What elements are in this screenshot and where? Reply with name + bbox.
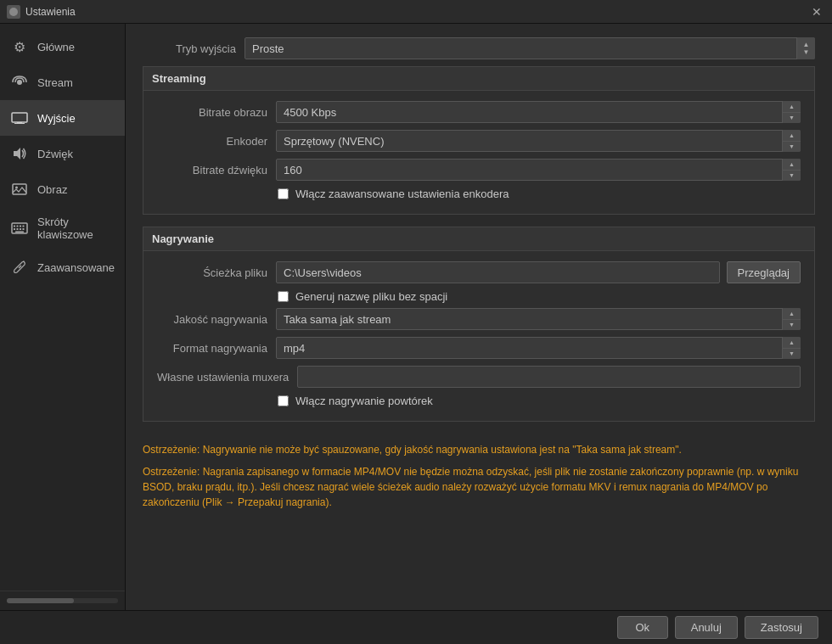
content-area: Tryb wyjścia Proste Zaawansowane ▲ ▼ Str…: [126, 24, 832, 610]
path-input-row: Przeglądaj: [276, 261, 801, 283]
svg-rect-14: [17, 228, 19, 230]
path-input[interactable]: [276, 261, 720, 283]
warning-2: Ostrzeżenie: Nagrania zapisanego w forma…: [143, 464, 815, 510]
bitrate-dzwieku-label: Bitrate dźwięku: [157, 164, 267, 176]
quality-up[interactable]: ▲: [783, 308, 801, 319]
ok-button[interactable]: Ok: [617, 616, 668, 639]
bitrate-obrazu-down[interactable]: ▼: [783, 113, 801, 124]
sidebar-label-glowne: Główne: [37, 41, 75, 53]
format-wrap: mp4 mkv flv ts mov ▲ ▼: [276, 337, 801, 359]
path-label: Ścieżka pliku: [157, 266, 267, 279]
bitrate-obrazu-label: Bitrate obrazu: [157, 106, 267, 119]
svg-rect-10: [17, 226, 19, 227]
streaming-section-body: Bitrate obrazu 4500 Kbps ▲ ▼ Enkoder: [143, 90, 815, 215]
muxer-input[interactable]: [297, 366, 801, 388]
sidebar-item-dzwiek[interactable]: Dźwięk: [0, 136, 125, 171]
enkoder-row: Enkoder Sprzętowy (NVENC) ▲ ▼: [157, 130, 801, 152]
svg-point-7: [15, 187, 18, 189]
format-label: Format nagrywania: [157, 342, 267, 355]
no-spaces-label[interactable]: Generuj nazwę pliku bez spacji: [295, 290, 447, 303]
sidebar-scrollbar-thumb: [7, 598, 74, 603]
format-down[interactable]: ▼: [783, 349, 801, 360]
enkoder-down[interactable]: ▼: [783, 142, 801, 153]
sidebar-label-obraz: Obraz: [37, 183, 67, 196]
format-select[interactable]: mp4 mkv flv ts mov: [276, 337, 801, 359]
bitrate-dzwieku-arrows: ▲ ▼: [782, 159, 801, 181]
app-icon: [7, 5, 20, 19]
bottom-bar: Ok Anuluj Zastosuj: [0, 610, 832, 644]
sidebar-label-zaawansowane: Zaawansowane: [37, 261, 115, 274]
sidebar-item-obraz[interactable]: Obraz: [0, 171, 125, 207]
svg-rect-17: [15, 232, 24, 233]
replay-checkbox[interactable]: [278, 395, 289, 406]
svg-rect-9: [14, 226, 15, 227]
svg-rect-16: [23, 228, 25, 230]
quality-label: Jakość nagrywania: [157, 313, 267, 326]
svg-rect-2: [12, 113, 27, 122]
stream-icon: [10, 73, 29, 92]
svg-rect-11: [20, 226, 21, 227]
svg-rect-13: [14, 228, 15, 230]
sidebar-item-zaawansowane[interactable]: Zaawansowane: [0, 249, 125, 285]
gear-icon: ⚙: [10, 37, 29, 56]
apply-button[interactable]: Zastosuj: [745, 616, 818, 639]
no-spaces-row: Generuj nazwę pliku bez spacji: [278, 290, 801, 303]
sidebar-item-skroty[interactable]: Skróty klawiszowe: [0, 207, 125, 249]
replay-label[interactable]: Włącz nagrywanie powtórek: [295, 395, 433, 407]
svg-rect-15: [20, 228, 21, 230]
bitrate-dzwieku-wrap: 160 ▲ ▼: [276, 159, 801, 181]
browse-button[interactable]: Przeglądaj: [727, 261, 801, 283]
sidebar-item-stream[interactable]: Stream: [0, 64, 125, 100]
bitrate-obrazu-select[interactable]: 4500 Kbps: [276, 101, 801, 123]
window-title: Ustawienia: [25, 6, 808, 18]
sidebar-label-dzwiek: Dźwięk: [37, 148, 73, 160]
titlebar: Ustawienia ✕: [0, 0, 832, 24]
sidebar-item-glowne[interactable]: ⚙ Główne: [0, 29, 125, 64]
sidebar-label-stream: Stream: [37, 76, 73, 89]
enkoder-select[interactable]: Sprzętowy (NVENC): [276, 130, 801, 152]
quality-row: Jakość nagrywania Taka sama jak stream W…: [157, 308, 801, 330]
svg-rect-6: [13, 184, 26, 194]
enkoder-up[interactable]: ▲: [783, 130, 801, 141]
format-up[interactable]: ▲: [783, 337, 801, 348]
quality-arrows: ▲ ▼: [782, 308, 801, 330]
output-icon: [10, 109, 29, 127]
recording-section-header: Nagrywanie: [143, 227, 815, 250]
advanced-checkbox[interactable]: [278, 188, 289, 199]
sidebar-item-wyjscie[interactable]: Wyjście: [0, 100, 125, 136]
enkoder-wrap: Sprzętowy (NVENC) ▲ ▼: [276, 130, 801, 152]
output-mode-select-wrap: Proste Zaawansowane ▲ ▼: [245, 37, 815, 59]
sidebar-scrollbar[interactable]: [7, 598, 118, 603]
cancel-button[interactable]: Anuluj: [675, 616, 738, 639]
bitrate-dzwieku-up[interactable]: ▲: [783, 159, 801, 170]
main-container: ⚙ Główne Stream Wyjście: [0, 24, 832, 610]
no-spaces-checkbox[interactable]: [278, 291, 289, 302]
svg-rect-12: [23, 226, 25, 227]
svg-marker-5: [14, 148, 20, 160]
bitrate-dzwieku-select[interactable]: 160: [276, 159, 801, 181]
sidebar-label-skroty: Skróty klawiszowe: [37, 216, 115, 241]
bitrate-obrazu-wrap: 4500 Kbps ▲ ▼: [276, 101, 801, 123]
advanced-checkbox-label[interactable]: Włącz zaawansowane ustawienia enkodera: [295, 188, 509, 200]
quality-select[interactable]: Taka sama jak stream Wysoka jakość, śred…: [276, 308, 801, 330]
output-mode-select[interactable]: Proste Zaawansowane: [245, 37, 815, 59]
output-mode-label: Tryb wyjścia: [143, 42, 236, 55]
warning-1: Ostrzeżenie: Nagrywanie nie może być spa…: [143, 442, 815, 457]
svg-point-0: [9, 8, 18, 16]
enkoder-arrows: ▲ ▼: [782, 130, 801, 152]
svg-point-1: [17, 80, 22, 85]
output-mode-row: Tryb wyjścia Proste Zaawansowane ▲ ▼: [143, 37, 815, 59]
wrench-icon: [10, 258, 29, 277]
warnings: Ostrzeżenie: Nagrywanie nie może być spa…: [143, 434, 815, 510]
bitrate-obrazu-up[interactable]: ▲: [783, 101, 801, 112]
enkoder-label: Enkoder: [157, 135, 267, 148]
sidebar-bottom: [0, 591, 125, 610]
recording-section-body: Ścieżka pliku Przeglądaj Generuj nazwę p…: [143, 250, 815, 422]
close-button[interactable]: ✕: [808, 3, 825, 20]
bitrate-dzwieku-down[interactable]: ▼: [783, 171, 801, 182]
quality-down[interactable]: ▼: [783, 320, 801, 331]
image-icon: [10, 180, 29, 199]
bitrate-dzwieku-row: Bitrate dźwięku 160 ▲ ▼: [157, 159, 801, 181]
svg-line-18: [19, 266, 21, 268]
muxer-wrap: [297, 366, 801, 388]
